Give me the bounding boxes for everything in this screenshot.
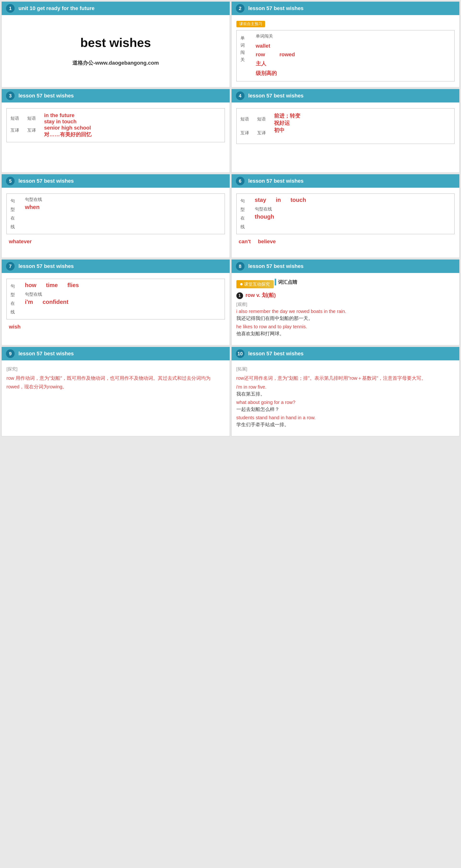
- example-en-1: i also remember the day we rowed boats i…: [236, 309, 455, 314]
- exp-en-10-3: students stand hand in hand in a row.: [236, 415, 455, 421]
- below-word-6-2: believe: [258, 239, 276, 245]
- cell-6-header-title: lesson 57 best wishes: [248, 178, 304, 184]
- below-words-6: can't believe: [239, 239, 455, 245]
- phrase-box-3: 短语互译 短语互译 in the future stay in touch se…: [6, 108, 225, 142]
- cell-2-header: 2 lesson 57 best wishes: [232, 2, 460, 15]
- phrase-box-4: 短语互译 短语互译 前进；转变 祝好运 初中: [236, 108, 455, 144]
- phrase-side-col1-4: 短语互译: [240, 112, 257, 140]
- phrase-grid-3: 短语互译 短语互译 in the future stay in touch se…: [10, 112, 221, 138]
- cell-2-header-title: lesson 57 best wishes: [248, 5, 304, 11]
- sp-word-5-1: when: [25, 204, 39, 211]
- body-text-9: row 用作动词，意为"划船"，既可用作及物动词，也可用作不及物动词。其过去式和…: [6, 374, 225, 391]
- section-tag-8: 课堂互动探究: [236, 280, 274, 288]
- word-2: row: [256, 52, 265, 58]
- example-en-2: he likes to row and to play tennis.: [236, 324, 455, 330]
- sp-label-5: 句型在线: [25, 196, 221, 202]
- cell-10-header: 10 lesson 57 best wishes: [232, 347, 460, 360]
- phrase-3-4: 对……有美好的回忆: [44, 131, 221, 138]
- cell-1-num: 1: [6, 4, 14, 13]
- vocab-row-2: row rowed: [256, 52, 451, 58]
- observe-label: [观察]: [236, 302, 455, 307]
- cell-8-num: 8: [236, 262, 245, 271]
- sp-words-6-2: though: [255, 213, 451, 220]
- cell-4-header: 4 lesson 57 best wishes: [232, 89, 460, 102]
- cell-7: 7 lesson 57 best wishes 句型在线 how time fl…: [1, 259, 230, 345]
- sp-word-7-flies: flies: [67, 282, 79, 288]
- vocab-tag-label: 词汇点睛: [278, 279, 297, 285]
- cell-5: 5 lesson 57 best wishes 句型在线 句型在线 when: [1, 174, 230, 258]
- blue-bar: [275, 279, 276, 285]
- sp-words-6-1: stay in touch: [255, 196, 451, 203]
- cell-2: 2 lesson 57 best wishes 课前自主预习 单 词 闯 关 单…: [231, 1, 460, 87]
- exp-cn-10-2: 一起去划船怎么样？: [236, 406, 455, 412]
- sp-side-6: 句型在线: [240, 196, 255, 231]
- cell-4-body: 短语互译 短语互译 前进；转变 祝好运 初中: [232, 102, 460, 150]
- section-tag-2: 课前自主预习: [236, 21, 265, 27]
- sp-word-7-time: time: [46, 282, 58, 288]
- cell-10: 10 lesson 57 best wishes [拓展] row还可用作名词，…: [231, 347, 460, 436]
- cell-5-header-title: lesson 57 best wishes: [19, 178, 74, 184]
- phrase-3-3: senior high school: [44, 125, 221, 131]
- sp-word-6-though: though: [255, 213, 274, 220]
- cell-4: 4 lesson 57 best wishes 短语互译 短语互译 前进；转变 …: [231, 89, 460, 173]
- sp-content-5: 句型在线 when: [25, 196, 221, 231]
- exp-cn-10-3: 学生们手牵手站成一排。: [236, 422, 455, 428]
- cell-9-header-title: lesson 57 best wishes: [19, 350, 74, 357]
- cell-3-num: 3: [6, 91, 14, 100]
- sp-word-7-how: how: [25, 282, 36, 288]
- expand-label-10: [拓展]: [236, 366, 455, 372]
- cell-5-body: 句型在线 句型在线 when whatever: [2, 188, 230, 250]
- phrase-entries-3: in the future stay in touch senior high …: [44, 112, 221, 138]
- phrase-4-1: 前进；转变: [274, 112, 451, 120]
- vocab-row-3: 主人: [256, 60, 451, 67]
- sp-words-7-1: how time flies: [25, 282, 221, 288]
- sp-box-5: 句型在线 句型在线 when: [6, 193, 225, 234]
- sp-word-6-touch: touch: [290, 196, 306, 203]
- vocab-side-2: 单 词 闯 关: [240, 33, 255, 78]
- below-word-6-1: can't: [239, 239, 251, 245]
- vocab-content-2: 单词闯关 wallet row rowed 主人: [256, 33, 451, 78]
- cell-8-body: 课堂互动探究 词汇点睛 1 row v. 划(船) [观察] i also re…: [232, 273, 460, 345]
- sp-content-6: stay in touch 句型在线 though: [255, 196, 451, 231]
- sp-words-7-2: i'm confident: [25, 299, 221, 305]
- cell-4-header-title: lesson 57 best wishes: [248, 93, 304, 99]
- phrase-side-col2-4: 短语互译: [257, 112, 274, 140]
- explore-label-9: [探究]: [6, 366, 225, 372]
- point-heading: 1 row v. 划(船): [236, 292, 455, 299]
- cell-5-header: 5 lesson 57 best wishes: [2, 174, 230, 188]
- cell-6-body: 句型在线 stay in touch 句型在线 though: [232, 188, 460, 250]
- sp-grid-6: 句型在线 stay in touch 句型在线 though: [240, 196, 451, 231]
- point-title: row v. 划(船): [245, 292, 276, 298]
- cell-8-header: 8 lesson 57 best wishes: [232, 259, 460, 273]
- cell-7-body: 句型在线 how time flies 句型在线 i'm confident: [2, 273, 230, 336]
- sp-label-6: 句型在线: [255, 206, 451, 212]
- exp-cn-10-1: 我在第五排。: [236, 391, 455, 397]
- cell-3: 3 lesson 57 best wishes 短语互译 短语互译 in the…: [1, 89, 230, 173]
- phrase-grid-4: 短语互译 短语互译 前进；转变 祝好运 初中: [240, 112, 451, 140]
- sp-content-7: how time flies 句型在线 i'm confident: [25, 282, 221, 316]
- vocab-row-1: wallet: [256, 43, 451, 49]
- cell-9-body: [探究] row 用作动词，意为"划船"，既可用作及物动词，也可用作不及物动词。…: [2, 360, 230, 399]
- vocab-words: wallet row rowed 主人 级别高的: [256, 41, 451, 78]
- intro-10: row还可用作名词，意为"划船；排"。表示第几排时用"row＋基数词"，注意首字…: [236, 374, 455, 382]
- cell-2-body: 课前自主预习 单 词 闯 关 单词闯关 wallet: [232, 15, 460, 87]
- cell-1-body: best wishes 道格办公-www.daogebangong.com: [2, 15, 230, 87]
- cell-3-header: 3 lesson 57 best wishes: [2, 89, 230, 102]
- word-3: 主人: [256, 60, 266, 67]
- vocab-grid-2: 单 词 闯 关 单词闯关 wallet row: [240, 33, 451, 78]
- phrase-entries-4: 前进；转变 祝好运 初中: [274, 112, 451, 140]
- cell-8: 8 lesson 57 best wishes 课堂互动探究 词汇点睛 1 ro…: [231, 259, 460, 345]
- phrase-3-2: stay in touch: [44, 119, 221, 125]
- cell-10-num: 10: [236, 349, 245, 358]
- below-word-5: whatever: [9, 239, 225, 245]
- sp-grid-7: 句型在线 how time flies 句型在线 i'm confident: [10, 282, 221, 316]
- word-2b: rowed: [279, 52, 295, 58]
- cell-3-header-title: lesson 57 best wishes: [19, 93, 74, 99]
- subtitle: 道格办公-www.daogebangong.com: [72, 59, 159, 67]
- sp-words-5: when: [25, 204, 221, 211]
- cell-6: 6 lesson 57 best wishes 句型在线 stay in tou…: [231, 174, 460, 258]
- cell-2-num: 2: [236, 4, 245, 13]
- sp-word-6-in: in: [276, 196, 281, 203]
- phrase-side-col2: 短语互译: [27, 112, 44, 138]
- cell-9-header: 9 lesson 57 best wishes: [2, 347, 230, 360]
